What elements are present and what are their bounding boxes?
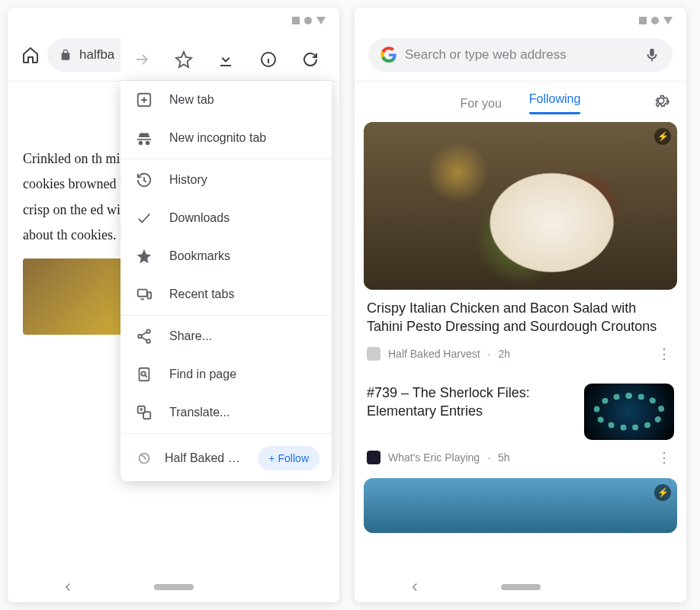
status-square-icon <box>639 17 647 24</box>
svg-rect-3 <box>148 292 152 298</box>
menu-item-history[interactable]: History <box>120 161 332 199</box>
card-source: What's Eric Playing <box>388 451 480 464</box>
card-age: 5h <box>498 451 510 464</box>
gear-icon[interactable] <box>653 92 669 109</box>
card-title: Crispy Italian Chicken and Bacon Salad w… <box>364 290 677 342</box>
feed-card[interactable]: #739 – The Sherlock Files: Elementary En… <box>364 374 677 469</box>
status-triangle-icon <box>316 17 326 24</box>
status-square-icon <box>292 17 300 24</box>
history-icon <box>136 172 153 188</box>
info-icon[interactable] <box>259 50 278 69</box>
status-triangle-icon <box>663 17 673 24</box>
menu-label: Translate... <box>169 406 230 419</box>
feed-card[interactable]: ⚡ Crispy Italian Chicken and Bacon Salad… <box>364 122 677 365</box>
menu-label: History <box>169 173 207 187</box>
google-logo-icon <box>381 47 397 63</box>
follow-site-name: Half Baked Harvest <box>165 451 246 465</box>
menu-label: Recent tabs <box>169 287 234 301</box>
reload-icon[interactable] <box>301 50 319 69</box>
overflow-toolbar <box>120 38 332 81</box>
source-favicon-icon <box>367 347 381 361</box>
feed: ⚡ Crispy Italian Chicken and Bacon Salad… <box>355 122 686 533</box>
menu-item-new-incognito-tab[interactable]: New incognito tab <box>120 119 332 157</box>
url-text: halfba <box>79 47 114 63</box>
svg-rect-2 <box>138 290 147 297</box>
menu-label: Find in page <box>169 368 236 381</box>
back-icon[interactable] <box>408 580 422 594</box>
system-nav <box>355 572 686 602</box>
follow-label: Follow <box>278 452 309 464</box>
incognito-icon <box>136 130 153 146</box>
plus-icon: + <box>268 452 275 464</box>
phone-left: halfba — H A L F H A R Crinkled on th mi… <box>8 8 339 602</box>
menu-separator <box>120 315 332 316</box>
download-icon[interactable] <box>217 50 235 69</box>
plus-square-icon <box>136 92 153 108</box>
menu-item-bookmarks[interactable]: Bookmarks <box>120 237 332 275</box>
menu-label: Share... <box>169 329 212 343</box>
feed-card[interactable]: ⚡ <box>364 478 677 533</box>
overflow-menu: New tab New incognito tab History Downlo… <box>120 81 332 481</box>
menu-separator <box>120 159 332 159</box>
menu-item-downloads[interactable]: Downloads <box>120 199 332 237</box>
menu-label: New incognito tab <box>169 131 266 145</box>
nav-pill[interactable] <box>501 584 541 590</box>
back-icon[interactable] <box>61 580 75 594</box>
card-thumbnail <box>584 384 674 440</box>
source-favicon-icon <box>367 451 381 464</box>
card-overflow-icon[interactable]: ⋮ <box>654 449 674 466</box>
menu-item-recent-tabs[interactable]: Recent tabs <box>120 275 332 313</box>
menu-item-find-in-page[interactable]: Find in page <box>120 355 332 393</box>
checkmark-icon <box>136 210 153 226</box>
status-circle-icon <box>651 17 659 24</box>
svg-point-11 <box>140 454 149 464</box>
nav-pill[interactable] <box>154 584 194 590</box>
translate-icon <box>136 404 153 421</box>
search-row: Search or type web address <box>355 8 686 82</box>
feed-tabs: For you Following <box>355 82 686 122</box>
share-icon <box>136 328 153 345</box>
tab-following[interactable]: Following <box>529 92 581 114</box>
devices-icon <box>136 286 153 303</box>
home-icon[interactable] <box>21 46 40 64</box>
menu-label: Bookmarks <box>169 249 230 263</box>
star-icon[interactable] <box>175 50 193 69</box>
search-placeholder: Search or type web address <box>405 47 567 63</box>
amp-icon: ⚡ <box>654 128 671 145</box>
menu-item-new-tab[interactable]: New tab <box>120 81 332 119</box>
tab-for-you[interactable]: For you <box>461 97 502 111</box>
status-icons <box>292 17 326 24</box>
find-in-page-icon <box>136 366 153 383</box>
menu-label: Downloads <box>169 211 230 225</box>
system-nav <box>8 572 339 602</box>
search-box[interactable]: Search or type web address <box>368 38 673 72</box>
forward-icon[interactable] <box>133 50 151 69</box>
card-title: #739 – The Sherlock Files: Elementary En… <box>367 384 575 440</box>
card-age: 2h <box>499 348 511 360</box>
phone-right: Search or type web address For you Follo… <box>355 8 686 602</box>
card-meta: What's Eric Playing · 5h ⋮ <box>364 446 677 469</box>
star-filled-icon <box>136 248 153 265</box>
lock-icon <box>59 49 72 61</box>
menu-label: New tab <box>169 93 214 107</box>
site-favicon-icon <box>136 450 153 467</box>
menu-separator <box>120 433 332 434</box>
amp-icon: ⚡ <box>654 484 671 501</box>
status-icons <box>639 17 673 24</box>
card-overflow-icon[interactable]: ⋮ <box>654 345 674 362</box>
card-source: Half Baked Harvest <box>388 348 480 360</box>
menu-follow-row: Half Baked Harvest + Follow <box>120 435 332 481</box>
follow-button[interactable]: + Follow <box>258 446 319 470</box>
status-circle-icon <box>304 17 312 24</box>
card-meta: Half Baked Harvest · 2h ⋮ <box>364 342 677 365</box>
card-image: ⚡ <box>364 122 677 290</box>
menu-item-share[interactable]: Share... <box>120 317 332 355</box>
menu-item-translate[interactable]: Translate... <box>120 393 332 432</box>
mic-icon[interactable] <box>644 47 660 63</box>
svg-rect-7 <box>140 368 149 381</box>
